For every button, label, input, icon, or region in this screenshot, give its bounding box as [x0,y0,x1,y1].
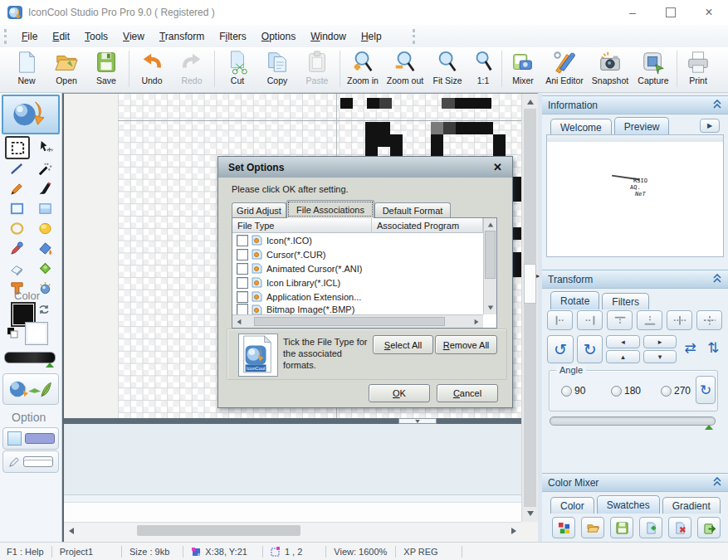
split-handle[interactable] [398,418,437,424]
checkbox[interactable] [237,263,248,275]
tab-filters[interactable]: Filters [602,293,649,309]
scroll-up-icon[interactable] [488,223,493,227]
ani-editor-button[interactable]: Ani Editor [541,47,588,91]
canvas-hscrollbar[interactable] [64,522,521,538]
add-swatch-button[interactable] [639,517,662,538]
dialog-title-bar[interactable]: Set Options ✕ [218,157,512,178]
menu-transform[interactable]: Transform [152,27,212,46]
menu-options[interactable]: Options [254,27,303,46]
align-top-button[interactable] [607,310,633,330]
angle-180-radio[interactable] [611,386,622,397]
menu-view[interactable]: View [115,27,152,46]
mixer-button[interactable]: Mixer [505,47,541,91]
tab-color[interactable]: Color [550,497,594,514]
tab-gradient[interactable]: Gradient [662,497,721,514]
menu-filters[interactable]: Filters [212,27,254,46]
nudge-down-button[interactable]: ▾ [643,350,677,363]
magic-wand-tool[interactable] [33,158,56,179]
scroll-right-icon[interactable] [511,528,516,534]
checkbox[interactable] [237,291,248,303]
new-button[interactable]: New [7,47,46,91]
cut-button[interactable]: Cut [217,47,257,91]
menu-file[interactable]: File [14,27,45,46]
center-horizontal-button[interactable] [667,310,692,330]
select-marquee-tool[interactable] [5,136,30,159]
file-type-list[interactable]: File Type Associated Program Icon(*.ICO)… [232,217,497,329]
tab-preview[interactable]: Preview [614,117,670,135]
scroll-left-icon[interactable] [69,528,74,534]
transform-slider-marker[interactable] [705,425,713,430]
flip-vertical-button[interactable]: ⇅ [704,335,723,360]
dialog-close-icon[interactable]: ✕ [493,161,502,173]
maximize-button[interactable] [652,0,690,25]
brush-tool[interactable] [33,178,56,199]
list-row-exe[interactable]: Application Extension... [232,290,483,304]
scroll-left-icon[interactable] [237,319,242,324]
scroll-down-icon[interactable] [527,511,534,516]
ok-button[interactable]: OK [369,384,430,402]
scroll-down-icon[interactable] [488,306,493,310]
zoom-out-button[interactable]: Zoom out [383,47,428,91]
filled-ellipse-tool[interactable] [33,217,56,239]
scroll-up-icon[interactable] [527,100,534,105]
menu-window[interactable]: Window [303,27,354,46]
list-row-cur[interactable]: Cursor(*.CUR) [232,247,483,261]
delete-swatch-button[interactable] [668,517,691,538]
rotate-ccw-button[interactable]: ↺ [547,335,574,363]
swap-colors-icon[interactable] [38,304,50,317]
transform-slider[interactable] [550,416,716,426]
menu-tools[interactable]: Tools [77,27,115,46]
list-row-bmp[interactable]: Bitmap Image(*.BMP) [232,304,483,315]
list-vscrollbar[interactable] [483,218,496,314]
fit-size-button[interactable]: Fit Size [428,47,467,91]
column-header-file-type[interactable]: File Type [232,218,372,233]
one-to-one-button[interactable]: 1:1 [467,47,499,91]
menu-edit[interactable]: Edit [45,27,77,46]
export-swatch-button[interactable] [697,517,721,538]
list-vscroll-thumb[interactable] [485,231,496,279]
rectangle-tool[interactable] [5,197,28,219]
copy-button[interactable]: Copy [257,47,297,91]
hscroll-thumb[interactable] [137,525,300,536]
nudge-left-button[interactable]: ◂ [606,335,639,348]
apply-rotate-button[interactable]: ↻ [696,376,716,404]
tab-rotate[interactable]: Rotate [550,291,599,309]
transform-header[interactable]: Transform [542,270,728,289]
gradient-fill-tool[interactable] [33,257,56,279]
tab-welcome[interactable]: Welcome [550,119,612,135]
nudge-right-button[interactable]: ▸ [643,335,677,348]
align-bottom-button[interactable] [637,310,662,330]
external-editor-button[interactable] [2,373,59,405]
rotate-cw-button[interactable]: ↻ [577,335,603,363]
nudge-up-button[interactable]: ▴ [606,350,639,363]
collapse-chevron-icon[interactable] [712,100,722,111]
tab-file-associations[interactable]: File Associations [286,200,374,218]
print-button[interactable]: Print [680,47,716,91]
eraser-tool[interactable] [5,257,28,279]
shade-slider-marker[interactable] [46,363,54,368]
shape-option-button[interactable] [2,427,59,450]
center-both-button[interactable] [696,310,722,330]
tab-default-format[interactable]: Default Format [374,202,451,218]
tab-scroll-button[interactable]: ▶ [700,119,720,133]
flip-horizontal-button[interactable]: ⇄ [680,335,701,360]
checkbox[interactable] [237,249,248,261]
angle-90-radio[interactable] [561,386,572,397]
splitter-arrow-icon[interactable]: ▸ [536,272,540,280]
move-tool[interactable] [33,136,56,158]
canvas-vscrollbar[interactable] [521,94,538,522]
pencil-tool[interactable] [5,178,28,199]
scroll-right-icon[interactable] [475,319,479,324]
collapse-chevron-icon[interactable] [712,477,722,489]
pen-option-button[interactable] [2,450,59,473]
menu-help[interactable]: Help [354,27,389,46]
canvas-split-divider[interactable] [64,418,521,424]
align-right-button[interactable] [577,310,603,330]
default-colors-icon[interactable] [7,327,18,340]
remove-all-button[interactable]: Remove All [435,335,497,354]
column-header-associated-program[interactable]: Associated Program [372,218,483,233]
select-all-button[interactable]: Select All [373,335,433,354]
list-row-ani[interactable]: Animated Cursor(*.ANI) [232,261,483,275]
filled-rectangle-tool[interactable] [33,197,56,219]
minimize-button[interactable]: – [613,0,652,25]
